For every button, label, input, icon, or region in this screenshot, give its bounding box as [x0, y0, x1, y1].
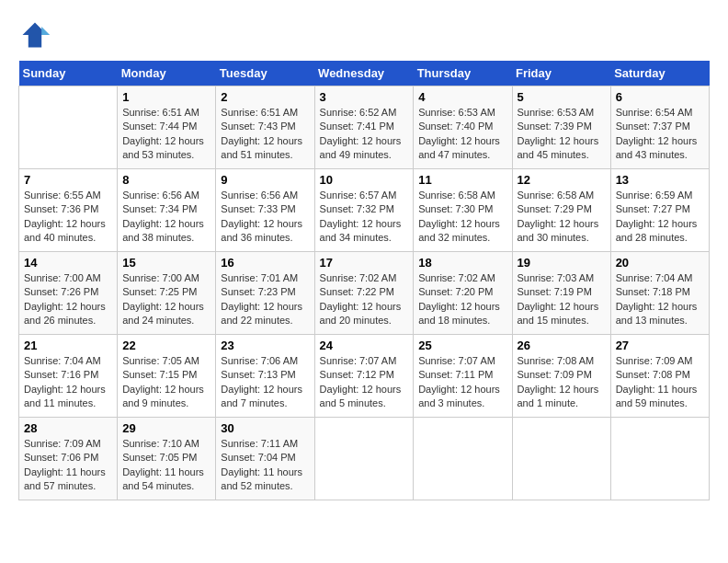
calendar-cell: 26 Sunrise: 7:08 AM Sunset: 7:09 PM Dayl…: [512, 335, 610, 418]
daylight: Daylight: 11 hours and 52 minutes.: [221, 466, 302, 491]
sunset: Sunset: 7:23 PM: [221, 286, 295, 297]
sunset: Sunset: 7:39 PM: [518, 121, 592, 132]
column-header-sunday: Sunday: [19, 61, 118, 86]
day-number: 27: [616, 339, 704, 352]
day-number: 11: [418, 173, 506, 187]
calendar-cell: 13 Sunrise: 6:59 AM Sunset: 7:27 PM Dayl…: [610, 169, 709, 252]
daylight: Daylight: 12 hours and 20 minutes.: [320, 301, 402, 326]
sunrise: Sunrise: 7:00 AM: [122, 272, 199, 283]
sunset: Sunset: 7:37 PM: [616, 121, 690, 132]
day-number: 5: [518, 90, 606, 104]
sunset: Sunset: 7:04 PM: [221, 452, 295, 463]
day-number: 12: [518, 173, 606, 187]
day-number: 25: [418, 339, 506, 352]
sunrise: Sunrise: 7:11 AM: [221, 438, 298, 449]
daylight: Daylight: 12 hours and 28 minutes.: [616, 218, 698, 243]
sunrise: Sunrise: 6:53 AM: [518, 107, 595, 118]
day-info: Sunrise: 6:56 AM Sunset: 7:34 PM Dayligh…: [122, 189, 210, 246]
week-row-3: 14 Sunrise: 7:00 AM Sunset: 7:26 PM Dayl…: [19, 252, 710, 335]
sunset: Sunset: 7:20 PM: [418, 286, 493, 297]
calendar-cell: 1 Sunrise: 6:51 AM Sunset: 7:44 PM Dayli…: [118, 86, 216, 169]
calendar-cell: 27 Sunrise: 7:09 AM Sunset: 7:08 PM Dayl…: [610, 335, 709, 418]
sunrise: Sunrise: 6:58 AM: [518, 190, 595, 201]
day-info: Sunrise: 6:51 AM Sunset: 7:44 PM Dayligh…: [122, 106, 210, 163]
week-row-2: 7 Sunrise: 6:55 AM Sunset: 7:36 PM Dayli…: [19, 169, 710, 252]
sunset: Sunset: 7:22 PM: [320, 286, 394, 297]
day-info: Sunrise: 6:55 AM Sunset: 7:36 PM Dayligh…: [24, 189, 112, 246]
day-number: 6: [616, 90, 704, 104]
sunrise: Sunrise: 6:58 AM: [418, 190, 495, 201]
calendar-cell: 18 Sunrise: 7:02 AM Sunset: 7:20 PM Dayl…: [414, 252, 512, 335]
day-number: 13: [616, 173, 704, 187]
day-number: 4: [418, 90, 506, 104]
sunrise: Sunrise: 7:08 AM: [518, 355, 595, 366]
calendar-cell: 17 Sunrise: 7:02 AM Sunset: 7:22 PM Dayl…: [314, 252, 414, 335]
sunset: Sunset: 7:32 PM: [320, 203, 394, 214]
sunset: Sunset: 7:18 PM: [616, 286, 690, 297]
sunset: Sunset: 7:12 PM: [320, 369, 394, 380]
daylight: Daylight: 12 hours and 9 minutes.: [122, 384, 204, 408]
sunset: Sunset: 7:40 PM: [418, 121, 493, 132]
sunrise: Sunrise: 7:09 AM: [24, 438, 101, 449]
week-row-1: 1 Sunrise: 6:51 AM Sunset: 7:44 PM Dayli…: [19, 86, 710, 169]
calendar-header-row: SundayMondayTuesdayWednesdayThursdayFrid…: [19, 61, 710, 86]
calendar-table: SundayMondayTuesdayWednesdayThursdayFrid…: [18, 61, 710, 500]
daylight: Daylight: 12 hours and 53 minutes.: [122, 135, 204, 160]
sunrise: Sunrise: 6:53 AM: [418, 107, 495, 118]
calendar-cell: 28 Sunrise: 7:09 AM Sunset: 7:06 PM Dayl…: [19, 418, 118, 500]
sunset: Sunset: 7:26 PM: [24, 286, 98, 297]
calendar-cell: 7 Sunrise: 6:55 AM Sunset: 7:36 PM Dayli…: [19, 169, 118, 252]
calendar-cell: [512, 418, 610, 500]
calendar-cell: 20 Sunrise: 7:04 AM Sunset: 7:18 PM Dayl…: [610, 252, 709, 335]
daylight: Daylight: 12 hours and 43 minutes.: [616, 135, 698, 160]
day-info: Sunrise: 6:57 AM Sunset: 7:32 PM Dayligh…: [320, 189, 409, 246]
column-header-wednesday: Wednesday: [314, 61, 414, 86]
daylight: Daylight: 12 hours and 3 minutes.: [418, 384, 500, 408]
sunrise: Sunrise: 7:04 AM: [616, 272, 693, 283]
calendar-cell: 15 Sunrise: 7:00 AM Sunset: 7:25 PM Dayl…: [118, 252, 216, 335]
logo-icon: [18, 18, 51, 52]
daylight: Daylight: 12 hours and 13 minutes.: [616, 301, 698, 326]
day-info: Sunrise: 6:53 AM Sunset: 7:39 PM Dayligh…: [518, 106, 606, 163]
calendar-cell: 25 Sunrise: 7:07 AM Sunset: 7:11 PM Dayl…: [414, 335, 512, 418]
sunset: Sunset: 7:33 PM: [221, 203, 295, 214]
calendar-cell: [414, 418, 512, 500]
calendar-cell: [610, 418, 709, 500]
sunset: Sunset: 7:41 PM: [320, 121, 394, 132]
day-info: Sunrise: 6:54 AM Sunset: 7:37 PM Dayligh…: [616, 106, 704, 163]
page-header: [18, 18, 710, 52]
sunset: Sunset: 7:15 PM: [122, 369, 197, 380]
daylight: Daylight: 12 hours and 5 minutes.: [320, 384, 402, 408]
sunrise: Sunrise: 7:01 AM: [221, 272, 298, 283]
svg-marker-1: [41, 27, 50, 35]
day-number: 20: [616, 256, 704, 270]
calendar-cell: 9 Sunrise: 6:56 AM Sunset: 7:33 PM Dayli…: [216, 169, 314, 252]
sunset: Sunset: 7:25 PM: [122, 286, 197, 297]
sunrise: Sunrise: 7:04 AM: [24, 355, 101, 366]
daylight: Daylight: 12 hours and 51 minutes.: [221, 135, 302, 160]
daylight: Daylight: 11 hours and 57 minutes.: [24, 466, 106, 491]
calendar-cell: 11 Sunrise: 6:58 AM Sunset: 7:30 PM Dayl…: [414, 169, 512, 252]
day-info: Sunrise: 7:05 AM Sunset: 7:15 PM Dayligh…: [122, 354, 210, 411]
day-number: 7: [24, 173, 112, 187]
daylight: Daylight: 12 hours and 32 minutes.: [418, 218, 500, 243]
day-info: Sunrise: 7:09 AM Sunset: 7:06 PM Dayligh…: [24, 437, 112, 494]
daylight: Daylight: 11 hours and 54 minutes.: [122, 466, 204, 491]
daylight: Daylight: 12 hours and 47 minutes.: [418, 135, 500, 160]
calendar-cell: 23 Sunrise: 7:06 AM Sunset: 7:13 PM Dayl…: [216, 335, 314, 418]
sunrise: Sunrise: 6:51 AM: [122, 107, 199, 118]
daylight: Daylight: 12 hours and 7 minutes.: [221, 384, 302, 408]
day-info: Sunrise: 7:11 AM Sunset: 7:04 PM Dayligh…: [221, 437, 309, 494]
day-number: 10: [320, 173, 409, 187]
daylight: Daylight: 12 hours and 38 minutes.: [122, 218, 204, 243]
daylight: Daylight: 12 hours and 40 minutes.: [24, 218, 106, 243]
day-info: Sunrise: 6:53 AM Sunset: 7:40 PM Dayligh…: [418, 106, 506, 163]
daylight: Daylight: 12 hours and 26 minutes.: [24, 301, 106, 326]
daylight: Daylight: 12 hours and 11 minutes.: [24, 384, 106, 408]
daylight: Daylight: 12 hours and 24 minutes.: [122, 301, 204, 326]
day-number: 16: [221, 256, 309, 270]
sunrise: Sunrise: 6:56 AM: [122, 190, 199, 201]
day-number: 15: [122, 256, 210, 270]
sunset: Sunset: 7:19 PM: [518, 286, 592, 297]
day-info: Sunrise: 7:01 AM Sunset: 7:23 PM Dayligh…: [221, 271, 309, 328]
